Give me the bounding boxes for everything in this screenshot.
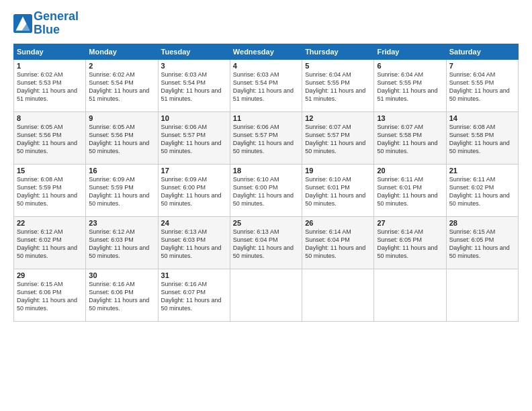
- day-number: 29: [17, 271, 83, 279]
- day-cell: 15 Sunrise: 6:08 AMSunset: 5:59 PMDaylig…: [14, 164, 86, 216]
- day-cell: [302, 269, 374, 321]
- day-number: 11: [233, 114, 299, 122]
- day-number: 26: [305, 219, 371, 227]
- day-info: Sunrise: 6:05 AMSunset: 5:56 PMDaylight:…: [89, 123, 154, 156]
- day-info: Sunrise: 6:15 AMSunset: 6:06 PMDaylight:…: [17, 280, 83, 313]
- day-number: 17: [161, 167, 227, 175]
- day-cell: 12 Sunrise: 6:07 AMSunset: 5:57 PMDaylig…: [302, 111, 374, 164]
- day-number: 1: [17, 62, 83, 70]
- day-info: Sunrise: 6:10 AMSunset: 6:00 PMDaylight:…: [233, 175, 299, 208]
- day-number: 6: [377, 62, 443, 70]
- day-info: Sunrise: 6:04 AMSunset: 5:55 PMDaylight:…: [305, 71, 371, 103]
- day-number: 31: [161, 271, 227, 279]
- day-number: 27: [377, 219, 443, 227]
- day-number: 18: [233, 167, 299, 175]
- day-cell: 25 Sunrise: 6:13 AMSunset: 6:04 PMDaylig…: [230, 216, 302, 269]
- day-cell: 8 Sunrise: 6:05 AMSunset: 5:56 PMDayligh…: [14, 111, 86, 164]
- day-info: Sunrise: 6:10 AMSunset: 6:01 PMDaylight:…: [305, 175, 371, 208]
- day-info: Sunrise: 6:08 AMSunset: 5:59 PMDaylight:…: [17, 175, 83, 208]
- day-number: 5: [305, 62, 371, 70]
- day-info: Sunrise: 6:12 AMSunset: 6:03 PMDaylight:…: [89, 228, 154, 261]
- day-number: 21: [449, 167, 515, 175]
- day-cell: 23 Sunrise: 6:12 AMSunset: 6:03 PMDaylig…: [86, 216, 158, 269]
- day-number: 2: [89, 62, 154, 70]
- day-info: Sunrise: 6:07 AMSunset: 5:57 PMDaylight:…: [305, 123, 371, 156]
- day-info: Sunrise: 6:07 AMSunset: 5:58 PMDaylight:…: [377, 123, 443, 156]
- day-cell: [374, 269, 446, 321]
- week-row-2: 8 Sunrise: 6:05 AMSunset: 5:56 PMDayligh…: [14, 111, 519, 164]
- day-info: Sunrise: 6:04 AMSunset: 5:55 PMDaylight:…: [449, 71, 515, 103]
- day-number: 4: [233, 62, 299, 70]
- day-info: Sunrise: 6:09 AMSunset: 6:00 PMDaylight:…: [161, 175, 227, 208]
- day-number: 24: [161, 219, 227, 227]
- header-thursday: Thursday: [302, 44, 374, 59]
- day-number: 23: [89, 219, 154, 227]
- day-cell: 10 Sunrise: 6:06 AMSunset: 5:57 PMDaylig…: [158, 111, 230, 164]
- day-info: Sunrise: 6:16 AMSunset: 6:07 PMDaylight:…: [161, 280, 227, 313]
- calendar-table: SundayMondayTuesdayWednesdayThursdayFrid…: [13, 44, 519, 322]
- day-cell: 18 Sunrise: 6:10 AMSunset: 6:00 PMDaylig…: [230, 164, 302, 216]
- day-cell: 3 Sunrise: 6:03 AMSunset: 5:54 PMDayligh…: [158, 59, 230, 111]
- day-info: Sunrise: 6:11 AMSunset: 6:02 PMDaylight:…: [449, 175, 515, 208]
- week-row-5: 29 Sunrise: 6:15 AMSunset: 6:06 PMDaylig…: [14, 269, 519, 321]
- day-cell: 20 Sunrise: 6:11 AMSunset: 6:01 PMDaylig…: [374, 164, 446, 216]
- day-cell: [230, 269, 302, 321]
- day-cell: 1 Sunrise: 6:02 AMSunset: 5:53 PMDayligh…: [14, 59, 86, 111]
- day-info: Sunrise: 6:13 AMSunset: 6:03 PMDaylight:…: [161, 228, 227, 261]
- day-cell: 17 Sunrise: 6:09 AMSunset: 6:00 PMDaylig…: [158, 164, 230, 216]
- day-info: Sunrise: 6:16 AMSunset: 6:06 PMDaylight:…: [89, 280, 154, 313]
- day-number: 7: [449, 62, 515, 70]
- day-number: 19: [305, 167, 371, 175]
- day-info: Sunrise: 6:03 AMSunset: 5:54 PMDaylight:…: [233, 71, 299, 103]
- day-number: 9: [89, 114, 154, 122]
- day-cell: 2 Sunrise: 6:02 AMSunset: 5:54 PMDayligh…: [86, 59, 158, 111]
- day-cell: 16 Sunrise: 6:09 AMSunset: 5:59 PMDaylig…: [86, 164, 158, 216]
- day-number: 3: [161, 62, 227, 70]
- day-number: 13: [377, 114, 443, 122]
- day-info: Sunrise: 6:15 AMSunset: 6:05 PMDaylight:…: [449, 228, 515, 261]
- day-cell: 21 Sunrise: 6:11 AMSunset: 6:02 PMDaylig…: [446, 164, 518, 216]
- day-cell: [446, 269, 518, 321]
- day-number: 15: [17, 167, 83, 175]
- day-cell: 14 Sunrise: 6:08 AMSunset: 5:58 PMDaylig…: [446, 111, 518, 164]
- day-cell: 5 Sunrise: 6:04 AMSunset: 5:55 PMDayligh…: [302, 59, 374, 111]
- day-cell: 28 Sunrise: 6:15 AMSunset: 6:05 PMDaylig…: [446, 216, 518, 269]
- day-info: Sunrise: 6:06 AMSunset: 5:57 PMDaylight:…: [233, 123, 299, 156]
- day-number: 8: [17, 114, 83, 122]
- day-cell: 9 Sunrise: 6:05 AMSunset: 5:56 PMDayligh…: [86, 111, 158, 164]
- day-info: Sunrise: 6:08 AMSunset: 5:58 PMDaylight:…: [449, 123, 515, 156]
- day-number: 14: [449, 114, 515, 122]
- day-info: Sunrise: 6:06 AMSunset: 5:57 PMDaylight:…: [161, 123, 227, 156]
- day-number: 10: [161, 114, 227, 122]
- day-number: 25: [233, 219, 299, 227]
- header-saturday: Saturday: [446, 44, 518, 59]
- logo: General Blue: [13, 10, 79, 37]
- day-info: Sunrise: 6:05 AMSunset: 5:56 PMDaylight:…: [17, 123, 83, 156]
- header-monday: Monday: [86, 44, 158, 59]
- logo-line1: General: [34, 10, 79, 24]
- week-row-4: 22 Sunrise: 6:12 AMSunset: 6:02 PMDaylig…: [14, 216, 519, 269]
- day-number: 12: [305, 114, 371, 122]
- calendar-page: General Blue SundayMondayTuesdayWednesda…: [0, 0, 532, 411]
- header-wednesday: Wednesday: [230, 44, 302, 59]
- day-cell: 29 Sunrise: 6:15 AMSunset: 6:06 PMDaylig…: [14, 269, 86, 321]
- day-cell: 11 Sunrise: 6:06 AMSunset: 5:57 PMDaylig…: [230, 111, 302, 164]
- header-friday: Friday: [374, 44, 446, 59]
- day-cell: 19 Sunrise: 6:10 AMSunset: 6:01 PMDaylig…: [302, 164, 374, 216]
- day-number: 30: [89, 271, 154, 279]
- logo-icon: [13, 14, 32, 33]
- calendar-header-row: SundayMondayTuesdayWednesdayThursdayFrid…: [14, 44, 519, 59]
- header-sunday: Sunday: [14, 44, 86, 59]
- day-cell: 31 Sunrise: 6:16 AMSunset: 6:07 PMDaylig…: [158, 269, 230, 321]
- day-cell: 6 Sunrise: 6:04 AMSunset: 5:55 PMDayligh…: [374, 59, 446, 111]
- day-cell: 13 Sunrise: 6:07 AMSunset: 5:58 PMDaylig…: [374, 111, 446, 164]
- header-tuesday: Tuesday: [158, 44, 230, 59]
- day-cell: 4 Sunrise: 6:03 AMSunset: 5:54 PMDayligh…: [230, 59, 302, 111]
- day-info: Sunrise: 6:04 AMSunset: 5:55 PMDaylight:…: [377, 71, 443, 103]
- day-info: Sunrise: 6:02 AMSunset: 5:53 PMDaylight:…: [17, 71, 83, 103]
- day-info: Sunrise: 6:13 AMSunset: 6:04 PMDaylight:…: [233, 228, 299, 261]
- day-cell: 30 Sunrise: 6:16 AMSunset: 6:06 PMDaylig…: [86, 269, 158, 321]
- day-number: 28: [449, 219, 515, 227]
- header: General Blue: [13, 10, 519, 37]
- day-info: Sunrise: 6:14 AMSunset: 6:05 PMDaylight:…: [377, 228, 443, 261]
